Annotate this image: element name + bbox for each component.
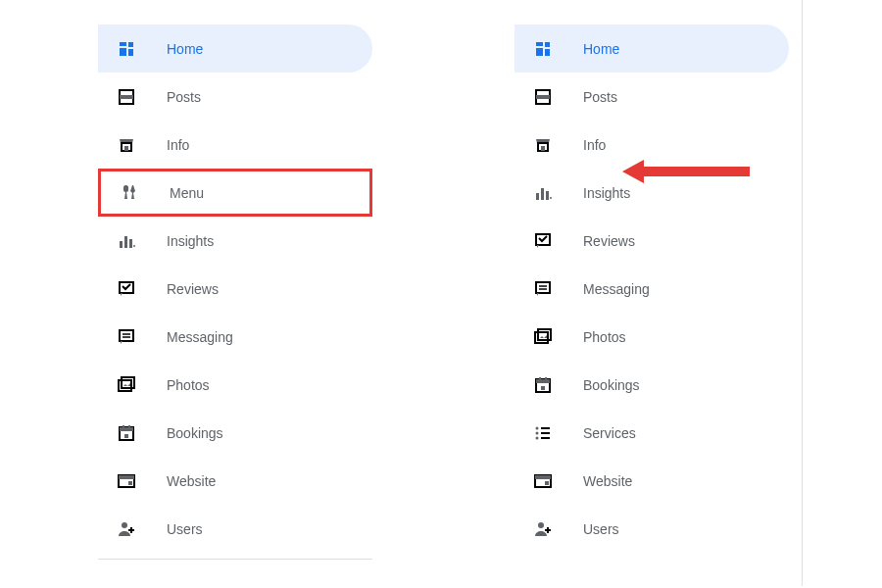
reviews-icon: [116, 278, 137, 300]
sidebar-item-messaging[interactable]: Messaging: [98, 313, 372, 361]
sidebar-item-label: Messaging: [583, 281, 650, 297]
add-user-icon: [532, 518, 554, 540]
sidebar-item-home[interactable]: Home: [514, 24, 789, 73]
sidebar-item-messaging[interactable]: Messaging: [514, 265, 789, 313]
photos-icon: [532, 326, 554, 348]
sidebar-item-website[interactable]: Website: [98, 457, 372, 505]
sidebar-item-label: Photos: [167, 377, 210, 393]
sidebar-item-label: Info: [167, 137, 189, 153]
sidebar-item-label: Services: [583, 425, 636, 441]
sidebar-item-bookings[interactable]: Bookings: [98, 409, 372, 457]
sidebar-item-label: Reviews: [583, 233, 635, 249]
sidebar-item-label: Website: [583, 473, 632, 489]
sidebar-item-label: Info: [583, 137, 606, 153]
sidebar-item-label: Posts: [583, 89, 617, 105]
website-icon: [532, 470, 554, 492]
sidebar-item-label: Bookings: [167, 425, 223, 441]
store-icon: [116, 134, 137, 156]
insights-icon: [116, 230, 137, 252]
sidebar-item-insights[interactable]: Insights: [98, 217, 372, 265]
reviews-icon: [532, 230, 554, 252]
sidebar-item-home[interactable]: Home: [98, 24, 372, 73]
sidebar-item-insights[interactable]: Insights: [514, 169, 789, 217]
posts-icon: [116, 86, 137, 108]
sidebar-item-label: Website: [167, 473, 216, 489]
sidebar-item-posts[interactable]: Posts: [98, 73, 372, 121]
divider: [98, 559, 372, 560]
calendar-icon: [116, 422, 137, 444]
sidebar-item-label: Insights: [583, 185, 630, 201]
sidebar-item-label: Reviews: [167, 281, 219, 297]
posts-icon: [532, 86, 554, 108]
vertical-divider: [802, 0, 803, 586]
sidebar-item-label: Users: [583, 521, 619, 537]
sidebar-item-menu[interactable]: Menu: [98, 169, 372, 217]
calendar-icon: [532, 374, 554, 396]
sidebar-item-reviews[interactable]: Reviews: [98, 265, 372, 313]
add-user-icon: [116, 518, 137, 540]
sidebar-item-website[interactable]: Website: [514, 457, 789, 505]
left-sidebar: Home Posts Info Menu Insights Reviews Me…: [98, 24, 372, 560]
sidebar-item-users[interactable]: Users: [98, 505, 372, 553]
sidebar-item-label: Messaging: [167, 329, 233, 345]
right-sidebar: Home Posts Info Insights Reviews Messagi…: [514, 24, 789, 553]
sidebar-item-label: Posts: [167, 89, 201, 105]
photos-icon: [116, 374, 137, 396]
sidebar-item-label: Photos: [583, 329, 626, 345]
sidebar-item-bookings[interactable]: Bookings: [514, 361, 789, 409]
sidebar-item-label: Home: [167, 41, 203, 57]
sidebar-item-info[interactable]: Info: [514, 121, 789, 169]
website-icon: [116, 470, 137, 492]
store-icon: [532, 134, 554, 156]
insights-icon: [532, 182, 554, 204]
sidebar-item-label: Home: [583, 41, 619, 57]
sidebar-item-services[interactable]: Services: [514, 409, 789, 457]
utensils-icon: [119, 182, 140, 204]
dashboard-icon: [532, 38, 554, 60]
sidebar-item-photos[interactable]: Photos: [98, 361, 372, 409]
sidebar-item-posts[interactable]: Posts: [514, 73, 789, 121]
sidebar-item-label: Users: [167, 521, 203, 537]
sidebar-item-users[interactable]: Users: [514, 505, 789, 553]
sidebar-item-label: Menu: [170, 185, 204, 201]
sidebar-item-label: Insights: [167, 233, 214, 249]
sidebar-item-photos[interactable]: Photos: [514, 313, 789, 361]
list-icon: [532, 422, 554, 444]
sidebar-item-label: Bookings: [583, 377, 640, 393]
sidebar-item-info[interactable]: Info: [98, 121, 372, 169]
messaging-icon: [116, 326, 137, 348]
dashboard-icon: [116, 38, 137, 60]
sidebar-item-reviews[interactable]: Reviews: [514, 217, 789, 265]
messaging-icon: [532, 278, 554, 300]
